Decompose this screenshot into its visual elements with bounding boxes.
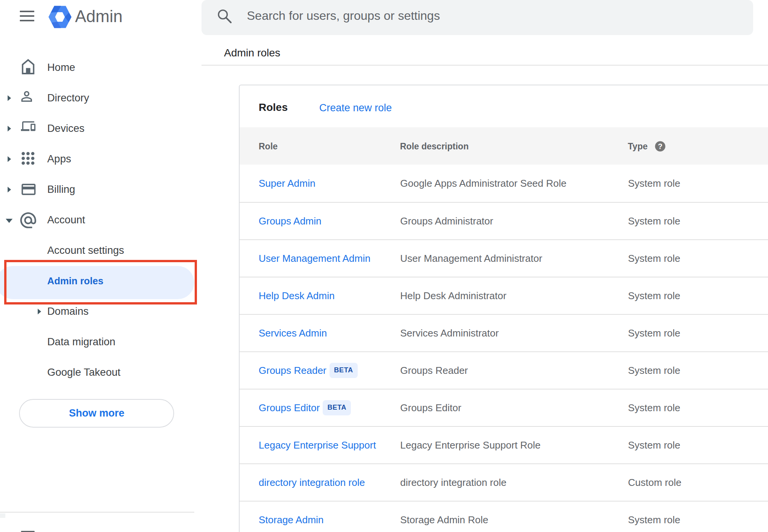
svg-text:?: ?	[658, 142, 662, 151]
